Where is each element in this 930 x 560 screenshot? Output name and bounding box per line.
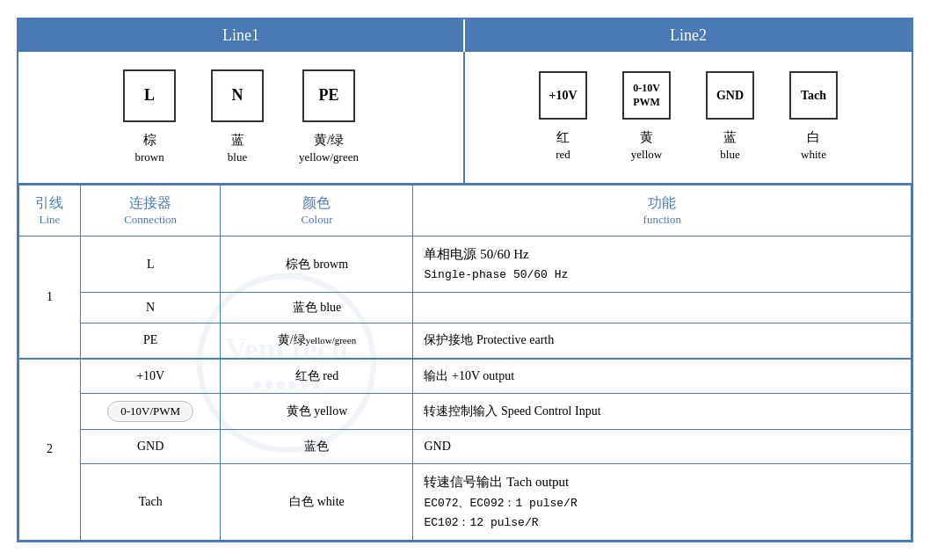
table-wrapper: VentTech ●●●●●● 引线 Line 连接器 Connection 颜… <box>18 185 912 541</box>
connector-box-Tach: Tach <box>789 71 838 120</box>
table-header-row: 引线 Line 连接器 Connection 颜色 Colour 功能 func… <box>19 185 912 236</box>
connector-label-PWM: 黄yellow <box>631 128 662 163</box>
func-PWM: 转速控制输入 Speed Control Input <box>413 393 912 429</box>
colour-PWM: 黄色 yellow <box>221 393 413 429</box>
connector-label-L: 棕brown <box>134 131 163 165</box>
th-colour: 颜色 Colour <box>221 185 413 236</box>
connector-label-10V: 红red <box>556 128 570 163</box>
diagram-line2: +10V 红red 0-10VPWM 黄yellow GND 蓝blue Tac… <box>465 52 912 183</box>
data-table: 引线 Line 连接器 Connection 颜色 Colour 功能 func… <box>18 185 912 541</box>
connector-box-10V: +10V <box>539 71 587 120</box>
th-function: 功能 function <box>413 185 912 236</box>
connector-label-PE: 黄/绿yellow/green <box>299 131 359 165</box>
connector-PE: PE 黄/绿yellow/green <box>299 69 359 165</box>
func-GND: GND <box>413 429 912 463</box>
conn-N: N <box>80 293 221 324</box>
table-row: N 蓝色 blue <box>19 293 912 324</box>
connector-label-GND: 蓝blue <box>720 128 739 163</box>
connector-PWM: 0-10VPWM 黄yellow <box>622 71 671 163</box>
func-N <box>413 293 912 324</box>
connector-Tach: Tach 白white <box>789 71 838 163</box>
connector-box-PWM: 0-10VPWM <box>622 71 671 120</box>
diagram-line1: L 棕brown N 蓝blue PE 黄/绿yellow/green <box>18 52 465 183</box>
connector-10V: +10V 红red <box>539 71 587 163</box>
line-number-1: 1 <box>19 236 81 358</box>
main-container: Line1 Line2 L 棕brown N 蓝blue PE 黄/绿yello… <box>17 18 913 543</box>
line-number-2: 2 <box>19 359 81 541</box>
func-Tach: 转速信号输出 Tach output EC072、EC092：1 pulse/R… <box>413 464 912 541</box>
conn-PWM: 0-10V/PWM <box>80 393 221 429</box>
header-row: Line1 Line2 <box>18 19 912 52</box>
connector-box-N: N <box>211 69 264 122</box>
diagram-row: L 棕brown N 蓝blue PE 黄/绿yellow/green <box>18 52 912 185</box>
line1-header: Line1 <box>18 19 465 52</box>
connector-box-L: L <box>123 69 176 122</box>
line2-header: Line2 <box>465 19 912 52</box>
table-row: Tach 白色 white 转速信号输出 Tach output EC072、E… <box>19 464 912 541</box>
connector-box-PE: PE <box>302 69 355 122</box>
connector-GND: GND 蓝blue <box>706 71 754 163</box>
table-row: 2 +10V 红色 red 输出 +10V output <box>19 359 912 394</box>
table-row: 0-10V/PWM 黄色 yellow 转速控制输入 Speed Control… <box>19 393 912 429</box>
th-line: 引线 Line <box>19 185 81 236</box>
colour-10V: 红色 red <box>221 359 413 394</box>
connector-label-N: 蓝blue <box>228 131 247 165</box>
colour-L: 棕色 browm <box>221 236 413 292</box>
func-PE: 保护接地 Protective earth <box>413 324 912 359</box>
connector-label-Tach: 白white <box>801 128 826 163</box>
colour-PE: 黄/绿yellow/green <box>221 324 413 359</box>
table-row: GND 蓝色 GND <box>19 429 912 463</box>
table-row: 1 L 棕色 browm 单相电源 50/60 Hz Single-phase … <box>19 236 912 292</box>
conn-10V: +10V <box>80 359 221 394</box>
conn-Tach: Tach <box>80 464 221 541</box>
th-connection: 连接器 Connection <box>80 185 221 236</box>
connector-L: L 棕brown <box>123 69 176 165</box>
colour-N: 蓝色 blue <box>221 293 413 324</box>
connector-box-GND: GND <box>706 71 754 120</box>
colour-Tach: 白色 white <box>221 464 413 541</box>
colour-GND: 蓝色 <box>221 429 413 463</box>
conn-L: L <box>80 236 221 292</box>
connector-N: N 蓝blue <box>211 69 264 165</box>
conn-PE: PE <box>80 324 221 359</box>
func-10V: 输出 +10V output <box>413 359 912 394</box>
table-row: PE 黄/绿yellow/green 保护接地 Protective earth <box>19 324 912 359</box>
conn-GND: GND <box>80 429 221 463</box>
func-L: 单相电源 50/60 Hz Single-phase 50/60 Hz <box>413 236 912 292</box>
